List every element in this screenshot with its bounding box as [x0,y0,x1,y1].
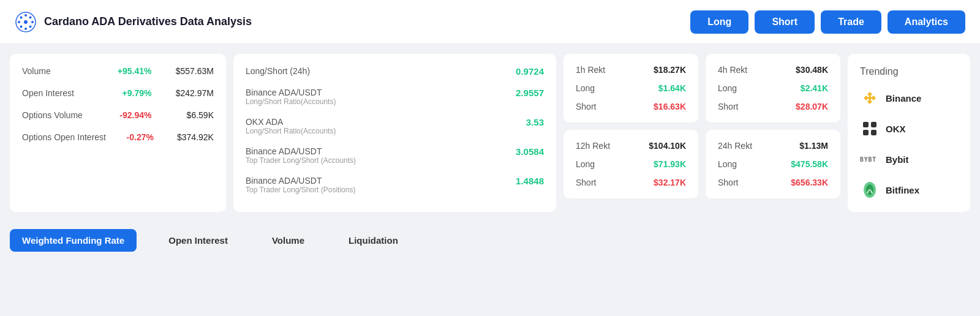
rekt-pair-top: 1h Rekt $18.27K Long $1.64K Short $16.63… [564,54,840,122]
svg-marker-14 [867,96,872,100]
rekt-24h-long-value: $475.58K [791,159,828,169]
open-interest-change: +9.79% [108,88,151,98]
rekt-1h-short-label: Short [576,102,596,111]
tab-liquidation[interactable]: Liquidation [336,229,410,252]
rekt-12h-short-value: $32.17K [654,178,686,187]
ratio-label-3: Binance ADA/USDT [246,146,356,156]
open-interest-value: $242.97M [159,88,214,98]
rekt-12h-card: 12h Rekt $104.10K Long $71.93K Short $32… [564,130,698,198]
rekt-1h-total: $18.27K [654,65,686,75]
rekt-24h-short: Short $656.33K [718,178,828,187]
trending-binance[interactable]: Binance [860,88,958,108]
ratio-row-0: Long/Short (24h) 0.9724 [246,66,544,77]
rekt-1h-short: Short $16.63K [576,102,686,111]
ratio-sublabel-4: Top Trader Long/Short (Positions) [246,186,355,194]
options-volume-stat-row: Options Volume -92.94% $6.59K [22,110,214,120]
rekt-12h-short-label: Short [576,178,596,187]
svg-rect-16 [871,122,876,127]
rekt-1h-long-value: $1.64K [658,83,686,93]
bitfinex-label: Bitfinex [886,185,919,195]
okx-icon [860,119,880,138]
rekt-12h-total: $104.10K [649,141,686,151]
rekt-24h-total: $1.13M [799,141,828,151]
trending-title: Trending [860,66,958,77]
svg-point-4 [31,21,34,23]
trending-bitfinex[interactable]: Bitfinex [860,180,958,200]
nav-long-button[interactable]: Long [690,10,748,34]
tab-weighted-funding-rate[interactable]: Weighted Funding Rate [10,229,137,252]
svg-rect-17 [863,130,869,135]
ratio-value-2: 3.53 [526,117,544,127]
options-oi-label: Options Open Interest [22,132,106,142]
rekt-12h-header: 12h Rekt $104.10K [576,141,686,151]
rekt-12h-long-label: Long [576,159,595,169]
rekt-4h-short: Short $28.07K [718,102,828,111]
page-title: Cardano ADA Derivatives Data Analysis [44,15,252,28]
bybit-label: Bybit [886,154,909,165]
svg-point-3 [18,21,20,23]
binance-icon [860,88,880,108]
svg-point-8 [20,25,23,28]
rekt-1h-short-value: $16.63K [654,102,686,111]
tab-open-interest[interactable]: Open Interest [156,229,240,252]
open-interest-label: Open Interest [22,88,102,98]
trending-bybit[interactable]: BYBT Bybit [860,149,958,169]
ada-logo-icon [15,11,37,33]
rekt-4h-short-value: $28.07K [796,102,828,111]
header-left: Cardano ADA Derivatives Data Analysis [15,11,252,33]
nav-short-button[interactable]: Short [755,10,815,34]
rekt-1h-long-label: Long [576,83,595,93]
volume-stat-row: Volume +95.41% $557.63M [22,66,214,76]
ratios-card: Long/Short (24h) 0.9724 Binance ADA/USDT… [233,54,556,212]
volume-label: Volume [22,66,102,76]
rekt-4h-total: $30.48K [796,65,828,75]
rekt-4h-long-label: Long [718,83,737,93]
volume-change: +95.41% [108,66,151,76]
ratio-sublabel-3: Top Trader Long/Short (Accounts) [246,156,356,165]
options-volume-value: $6.59K [159,110,214,120]
ratio-row-3: Binance ADA/USDT Top Trader Long/Short (… [246,146,544,165]
binance-label: Binance [886,93,921,103]
rekt-12h-long: Long $71.93K [576,159,686,169]
options-volume-change: -92.94% [108,110,151,120]
rekt-4h-long-value: $2.41K [801,83,828,93]
ratio-label-4: Binance ADA/USDT [246,176,355,186]
svg-rect-18 [871,130,876,135]
options-oi-change: -0.27% [111,132,154,142]
rekt-12h-title: 12h Rekt [576,141,610,151]
ratio-row-4: Binance ADA/USDT Top Trader Long/Short (… [246,176,544,194]
bitfinex-icon [860,180,880,200]
open-interest-stat-row: Open Interest +9.79% $242.97M [22,88,214,98]
ratio-row-2: OKX ADA Long/Short Ratio(Accounts) 3.53 [246,117,544,135]
rekt-4h-header: 4h Rekt $30.48K [718,65,828,75]
rekt-4h-card: 4h Rekt $30.48K Long $2.41K Short $28.07… [706,54,840,122]
svg-point-1 [24,14,27,17]
rekt-12h-long-value: $71.93K [654,159,686,169]
rekt-1h-long: Long $1.64K [576,83,686,93]
rekt-1h-title: 1h Rekt [576,65,605,75]
main-content: Volume +95.41% $557.63M Open Interest +9… [0,44,980,222]
svg-point-5 [20,16,23,18]
options-oi-stat-row: Options Open Interest -0.27% $374.92K [22,132,214,142]
rekt-24h-long: Long $475.58K [718,159,828,169]
nav-trade-button[interactable]: Trade [821,10,881,34]
ratio-value-4: 1.4848 [516,176,544,186]
ratio-label-2: OKX ADA [246,117,336,127]
svg-point-6 [29,25,32,28]
options-volume-label: Options Volume [22,110,102,120]
ratio-value-3: 3.0584 [516,146,544,157]
bottom-tabs: Weighted Funding Rate Open Interest Volu… [0,222,980,252]
rekt-24h-short-value: $656.33K [791,178,828,187]
rekt-24h-short-label: Short [718,178,738,187]
rekt-4h-title: 4h Rekt [718,65,747,75]
ratio-label-0: Long/Short (24h) [246,66,310,76]
ratio-sublabel-1: Long/Short Ratio(Accounts) [246,97,336,106]
tab-volume[interactable]: Volume [260,229,317,252]
rekt-24h-long-label: Long [718,159,737,169]
ratio-row-1: Binance ADA/USDT Long/Short Ratio(Accoun… [246,88,544,106]
ratio-sublabel-2: Long/Short Ratio(Accounts) [246,127,336,135]
nav-analytics-button[interactable]: Analytics [888,10,965,34]
header-nav: Long Short Trade Analytics [690,10,965,34]
svg-point-9 [24,20,28,24]
trending-okx[interactable]: OKX [860,119,958,138]
